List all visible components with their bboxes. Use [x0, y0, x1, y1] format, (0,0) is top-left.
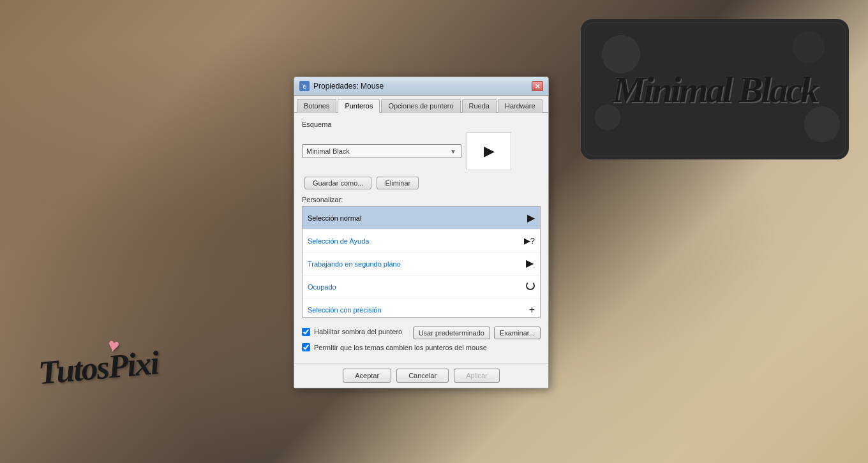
close-button[interactable]: ✕: [532, 81, 543, 91]
esquema-label: Esquema: [302, 121, 541, 128]
tab-punteros[interactable]: Punteros: [338, 99, 380, 113]
cursor-preview-arrow: ▶: [484, 144, 495, 158]
titlebar-left: 🖱 Propiedades: Mouse: [299, 81, 384, 91]
cancelar-button[interactable]: Cancelar: [396, 369, 449, 383]
cursor-item-ocupado[interactable]: Ocupado: [303, 276, 540, 298]
dialog-footer: Aceptar Cancelar Aplicar: [294, 363, 548, 388]
personalizar-label: Personalizar:: [302, 196, 541, 203]
dropdown-arrow: ▼: [448, 148, 458, 155]
scheme-value: Minimal Black: [305, 146, 448, 156]
cursor-item-precision-icon: +: [520, 304, 535, 316]
cursor-item-background-icon: ▶·: [520, 257, 535, 270]
cursor-item-precision-label: Selección con precisión: [308, 306, 514, 314]
aplicar-button[interactable]: Aplicar: [454, 369, 500, 383]
checkbox-shadow-row: Habilitar sombra del puntero Usar predet…: [302, 324, 541, 339]
scheme-buttons: Guardar como... Eliminar: [302, 177, 541, 189]
tab-hardware[interactable]: Hardware: [498, 99, 542, 113]
titlebar-icon: 🖱: [299, 81, 310, 91]
logo-box: Minimal Black: [581, 19, 849, 159]
cursor-item-normal-icon: ▶: [520, 212, 535, 224]
cursor-item-ayuda-icon: ▶?: [520, 236, 535, 246]
bottom-buttons: Usar predeterminado Examinar...: [413, 327, 541, 339]
tab-opciones-puntero[interactable]: Opciones de puntero: [381, 99, 460, 113]
cursor-item-precision[interactable]: Selección con precisión +: [303, 298, 540, 318]
usar-predeterminado-button[interactable]: Usar predeterminado: [413, 327, 490, 339]
checkbox-themes-row: Permitir que los temas cambien los punte…: [302, 343, 541, 351]
guardar-button[interactable]: Guardar como...: [304, 177, 371, 189]
titlebar-title: Propiedades: Mouse: [313, 82, 384, 91]
titlebar: 🖱 Propiedades: Mouse ✕: [294, 77, 548, 96]
checkbox-shadow-label: Habilitar sombra del puntero: [314, 328, 402, 335]
examinar-button[interactable]: Examinar...: [494, 327, 541, 339]
cursor-item-ayuda[interactable]: Selección de Ayuda ▶?: [303, 230, 540, 253]
cursor-item-normal-label: Selección normal: [308, 214, 514, 222]
tab-rueda[interactable]: Rueda: [462, 99, 497, 113]
cursor-item-ayuda-label: Selección de Ayuda: [308, 237, 514, 245]
spinner-icon: [526, 281, 535, 290]
mouse-properties-dialog: 🖱 Propiedades: Mouse ✕ Botones Punteros …: [294, 77, 549, 388]
scheme-dropdown[interactable]: Minimal Black ▼: [302, 144, 461, 158]
cursor-list[interactable]: Selección normal ▶ Selección de Ayuda ▶?…: [302, 206, 541, 318]
cursor-item-background[interactable]: Trabajando en segundo plano ▶·: [303, 253, 540, 276]
cursor-item-background-label: Trabajando en segundo plano: [308, 260, 514, 268]
aceptar-button[interactable]: Aceptar: [343, 369, 391, 383]
esquema-row: Minimal Black ▼ ▶: [302, 132, 541, 170]
cursor-preview: ▶: [467, 132, 511, 170]
checkbox-themes[interactable]: [302, 343, 310, 351]
cursor-item-ocupado-icon: [520, 281, 535, 293]
cursor-item-ocupado-label: Ocupado: [308, 283, 514, 291]
cursor-item-normal[interactable]: Selección normal ▶: [303, 207, 540, 230]
checkbox-themes-label: Permitir que los temas cambien los punte…: [314, 344, 487, 351]
dialog-body: Esquema Minimal Black ▼ ▶ Guardar como..…: [294, 113, 548, 363]
logo-text: Minimal Black: [613, 68, 817, 111]
tab-bar: Botones Punteros Opciones de puntero Rue…: [294, 96, 548, 113]
eliminar-button[interactable]: Eliminar: [377, 177, 419, 189]
checkbox-shadow[interactable]: [302, 328, 310, 336]
tab-botones[interactable]: Botones: [297, 99, 336, 113]
